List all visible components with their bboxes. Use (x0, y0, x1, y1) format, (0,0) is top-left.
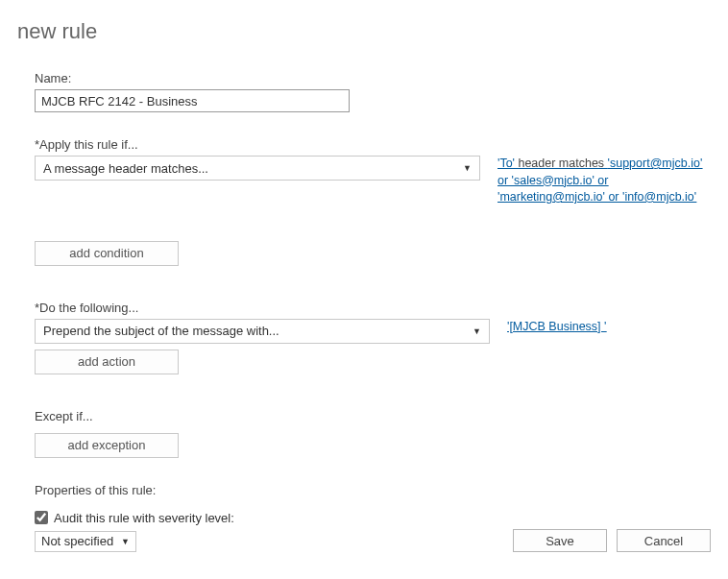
page-title: new rule (17, 19, 711, 44)
add-condition-button[interactable]: add condition (35, 241, 179, 266)
action-select-value: Prepend the subject of the message with.… (43, 324, 279, 338)
condition-side-prefix: 'To' (497, 157, 515, 170)
audit-checkbox[interactable] (35, 511, 48, 524)
action-select[interactable]: Prepend the subject of the message with.… (35, 319, 490, 344)
audit-checkbox-label: Audit this rule with severity level: (54, 511, 234, 525)
except-label: Except if... (35, 409, 711, 423)
condition-detail-link[interactable]: 'To' header matches 'support@mjcb.io' or… (497, 156, 711, 206)
severity-select[interactable]: Not specified ▼ (35, 531, 136, 552)
chevron-down-icon: ▼ (473, 326, 481, 336)
name-input[interactable] (35, 89, 350, 112)
condition-side-mid: header matches (515, 157, 608, 170)
action-detail-link[interactable]: '[MJCB Business] ' (507, 319, 606, 336)
cancel-button[interactable]: Cancel (617, 529, 711, 552)
condition-select[interactable]: A message header matches... ▼ (35, 156, 480, 181)
properties-label: Properties of this rule: (35, 483, 711, 497)
chevron-down-icon: ▼ (463, 163, 472, 173)
name-label: Name: (35, 71, 711, 85)
chevron-down-icon: ▼ (121, 537, 130, 546)
condition-select-value: A message header matches... (43, 161, 208, 176)
severity-select-value: Not specified (41, 534, 113, 548)
action-label: *Do the following... (35, 301, 711, 315)
condition-label: *Apply this rule if... (35, 137, 711, 152)
add-action-button[interactable]: add action (35, 350, 179, 374)
add-exception-button[interactable]: add exception (35, 433, 179, 458)
action-side-value: '[MJCB Business] ' (507, 320, 606, 333)
save-button[interactable]: Save (513, 529, 607, 552)
